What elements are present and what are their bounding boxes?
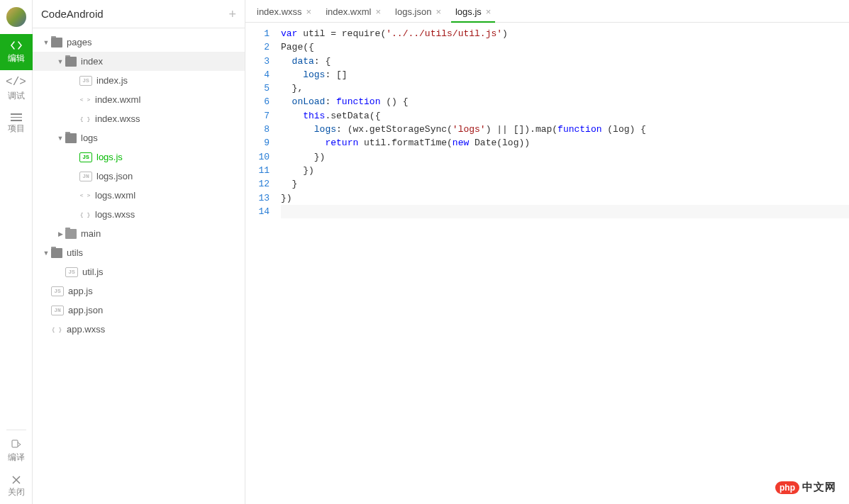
editor-tabs: index.wxss×index.wxml×logs.json×logs.js× bbox=[245, 0, 849, 23]
folder-pages[interactable]: ▼ pages bbox=[33, 33, 245, 52]
file-logs-js[interactable]: • JS logs.js bbox=[33, 147, 245, 167]
tab-label: index.wxml bbox=[326, 6, 371, 17]
file-logs-wxml[interactable]: • < > logs.wxml bbox=[33, 186, 245, 205]
compile-icon bbox=[11, 439, 22, 450]
folder-icon bbox=[65, 133, 77, 143]
code-area[interactable]: 1234567891011121314 var util = require('… bbox=[245, 23, 849, 504]
tab-close-icon[interactable]: × bbox=[375, 6, 381, 17]
rail-project[interactable]: 项目 bbox=[0, 108, 33, 140]
file-index-js[interactable]: • JS index.js bbox=[33, 71, 245, 90]
left-rail: 编辑 </> 调试 项目 编译 关闭 bbox=[0, 0, 33, 504]
file-app-wxss[interactable]: • { } app.wxss bbox=[33, 320, 245, 339]
close-icon bbox=[11, 475, 21, 485]
folder-icon bbox=[65, 229, 77, 239]
wxml-file-icon: < > bbox=[79, 95, 91, 105]
list-icon bbox=[11, 113, 22, 121]
tab-close-icon[interactable]: × bbox=[435, 6, 441, 17]
add-file-button[interactable]: + bbox=[228, 8, 236, 21]
wxss-file-icon: { } bbox=[79, 210, 91, 220]
caret-down-icon: ▼ bbox=[57, 58, 64, 65]
rail-compile-label: 编译 bbox=[8, 452, 25, 464]
rail-debug[interactable]: </> 调试 bbox=[0, 70, 33, 108]
folder-main[interactable]: ▶ main bbox=[33, 224, 245, 243]
tab-label: logs.js bbox=[455, 6, 482, 17]
rail-project-label: 项目 bbox=[8, 123, 25, 135]
caret-right-icon: ▶ bbox=[57, 230, 64, 237]
editor-tab-logs-json[interactable]: logs.json× bbox=[388, 1, 448, 22]
tab-label: index.wxss bbox=[257, 6, 302, 17]
line-gutter: 1234567891011121314 bbox=[245, 23, 277, 504]
rail-edit[interactable]: 编辑 bbox=[0, 34, 33, 70]
folder-utils[interactable]: ▼ utils bbox=[33, 243, 245, 262]
caret-down-icon: ▼ bbox=[43, 250, 50, 257]
js-file-icon: JS bbox=[65, 267, 78, 277]
tab-label: logs.json bbox=[395, 6, 431, 17]
avatar[interactable] bbox=[6, 7, 26, 27]
caret-down-icon: ▼ bbox=[57, 135, 64, 142]
js-file-icon: JS bbox=[79, 76, 92, 86]
file-index-wxml[interactable]: • < > index.wxml bbox=[33, 90, 245, 109]
debug-icon: </> bbox=[6, 76, 26, 89]
watermark-text: 中文网 bbox=[802, 481, 836, 494]
file-util-js[interactable]: • JS util.js bbox=[33, 262, 245, 281]
wxss-file-icon: { } bbox=[51, 325, 62, 335]
file-tree-panel: CodeAndroid + ▼ pages ▼ index • JS bbox=[33, 0, 245, 504]
rail-close[interactable]: 关闭 bbox=[0, 469, 33, 504]
rail-edit-label: 编辑 bbox=[8, 52, 25, 65]
folder-icon bbox=[51, 38, 62, 47]
folder-index[interactable]: ▼ index bbox=[33, 52, 245, 71]
code-lines[interactable]: var util = require('../../utils/util.js'… bbox=[277, 23, 849, 504]
js-file-icon: JS bbox=[51, 286, 64, 296]
folder-logs[interactable]: ▼ logs bbox=[33, 128, 245, 147]
editor-tab-index-wxml[interactable]: index.wxml× bbox=[318, 1, 388, 22]
tab-close-icon[interactable]: × bbox=[486, 6, 492, 17]
watermark-badge: php bbox=[775, 481, 799, 494]
file-app-json[interactable]: • JN app.json bbox=[33, 301, 245, 320]
rail-debug-label: 调试 bbox=[8, 90, 25, 102]
file-tree: ▼ pages ▼ index • JS index.js • bbox=[33, 28, 245, 504]
tab-close-icon[interactable]: × bbox=[306, 6, 312, 17]
file-index-wxss[interactable]: • { } index.wxss bbox=[33, 109, 245, 128]
folder-icon bbox=[65, 57, 77, 67]
json-file-icon: JN bbox=[51, 306, 64, 315]
editor-tab-logs-js[interactable]: logs.js× bbox=[448, 1, 498, 22]
file-app-js[interactable]: • JS app.js bbox=[33, 281, 245, 301]
code-icon bbox=[11, 40, 22, 51]
watermark: php 中文网 bbox=[775, 481, 836, 494]
editor-area: index.wxss×index.wxml×logs.json×logs.js×… bbox=[245, 0, 849, 504]
js-file-icon: JS bbox=[79, 152, 92, 162]
project-name: CodeAndroid bbox=[41, 8, 104, 20]
json-file-icon: JN bbox=[79, 172, 92, 181]
folder-icon bbox=[51, 248, 62, 258]
rail-compile[interactable]: 编译 bbox=[0, 433, 33, 469]
caret-down-icon: ▼ bbox=[43, 39, 50, 46]
wxml-file-icon: < > bbox=[79, 191, 91, 201]
editor-tab-index-wxss[interactable]: index.wxss× bbox=[250, 1, 318, 22]
file-logs-json[interactable]: • JN logs.json bbox=[33, 167, 245, 186]
svg-rect-0 bbox=[12, 440, 18, 447]
tree-header: CodeAndroid + bbox=[33, 0, 245, 28]
wxss-file-icon: { } bbox=[79, 114, 91, 124]
file-logs-wxss[interactable]: • { } logs.wxss bbox=[33, 205, 245, 224]
rail-close-label: 关闭 bbox=[8, 486, 25, 498]
